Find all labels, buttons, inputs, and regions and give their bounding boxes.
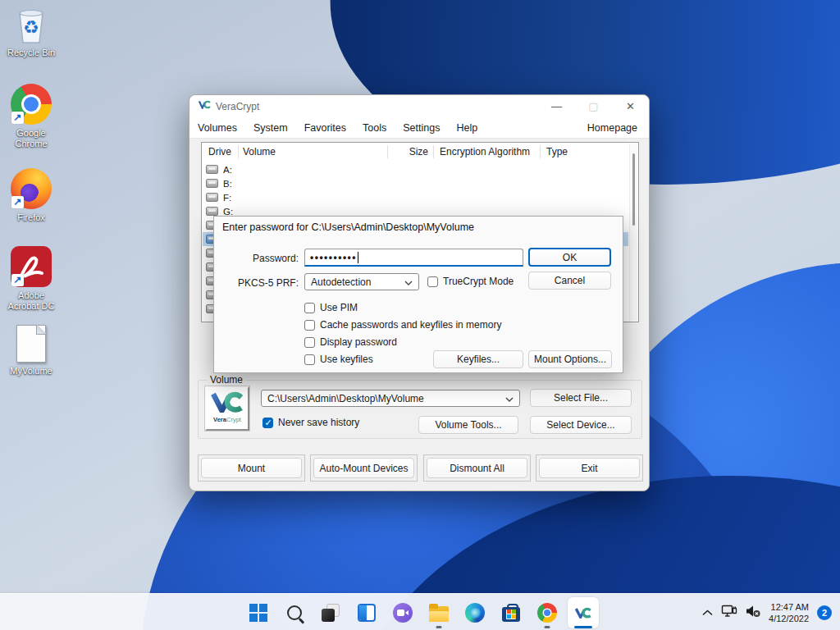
select-device-button[interactable]: Select Device... — [530, 416, 632, 434]
menu-bar: Volumes System Favorites Tools Settings … — [189, 117, 649, 139]
enter-password-dialog: Enter password for C:\Users\Admin\Deskto… — [213, 216, 623, 373]
widgets-button[interactable] — [349, 594, 385, 630]
tray-chevron-up-icon[interactable] — [702, 607, 713, 619]
col-encryption-algorithm[interactable]: Encryption Algorithm — [440, 146, 530, 158]
menu-help[interactable]: Help — [448, 122, 486, 134]
dismount-all-button[interactable]: Dismount All — [427, 458, 527, 478]
drive-icon — [206, 165, 218, 174]
drive-row-a[interactable]: A: — [203, 162, 628, 176]
menu-system[interactable]: System — [245, 122, 296, 134]
checkbox-icon[interactable] — [262, 418, 273, 428]
network-icon[interactable] — [721, 605, 737, 620]
scrollbar-thumb[interactable] — [632, 153, 635, 226]
desktop-icon-recycle-bin[interactable]: ♻ Recycle Bin — [2, 7, 61, 58]
col-drive[interactable]: Drive — [208, 146, 231, 158]
desktop-icon-label: Firefox — [2, 212, 61, 223]
truecrypt-mode-checkbox[interactable]: TrueCrypt Mode — [427, 276, 514, 287]
menu-volumes[interactable]: Volumes — [189, 122, 245, 134]
active-indicator — [574, 626, 592, 628]
cancel-button[interactable]: Cancel — [528, 272, 611, 290]
drive-row-b[interactable]: B: — [203, 176, 628, 190]
menu-settings[interactable]: Settings — [395, 122, 448, 134]
notification-badge[interactable]: 2 — [817, 605, 832, 620]
never-save-history-checkbox[interactable]: Never save history — [262, 417, 359, 428]
shortcut-arrow-icon: ↗ — [11, 196, 24, 208]
chrome-button[interactable] — [529, 594, 565, 630]
drive-icon — [206, 207, 218, 216]
prf-combobox[interactable]: Autodetection — [304, 273, 419, 290]
search-button[interactable] — [276, 594, 313, 630]
minimize-button[interactable]: — — [538, 95, 575, 117]
search-icon — [287, 605, 302, 620]
svg-text:♻: ♻ — [23, 17, 39, 38]
desktop-icon-label: Recycle Bin — [2, 48, 61, 58]
drive-list-header: Drive Volume Size Encryption Algorithm T… — [202, 143, 638, 161]
veracrypt-logo-caption: VeraCrypt — [207, 416, 248, 423]
desktop-icon-myvolume[interactable]: MyVolume — [2, 325, 61, 377]
veracrypt-taskbar-button[interactable] — [565, 594, 601, 630]
recycle-bin-icon: ♻ — [12, 7, 50, 44]
keyfiles-button[interactable]: Keyfiles... — [433, 350, 523, 368]
file-explorer-button[interactable] — [421, 594, 457, 630]
col-size[interactable]: Size — [390, 146, 428, 158]
password-label: Password: — [221, 253, 299, 264]
select-file-button[interactable]: Select File... — [530, 389, 632, 407]
menu-homepage[interactable]: Homepage — [587, 122, 637, 134]
microsoft-store-icon — [502, 607, 520, 622]
desktop-icon-google-chrome[interactable]: ↗ Google Chrome — [2, 84, 61, 149]
start-button[interactable] — [240, 594, 276, 630]
checkbox-icon[interactable] — [304, 337, 315, 348]
password-masked-value: •••••••••• — [310, 252, 357, 263]
taskbar-clock[interactable]: 12:47 AM 4/12/2022 — [769, 601, 809, 624]
volume-group: Volume VeraCrypt C:\Users\Admin\Desktop\… — [198, 380, 642, 439]
col-type[interactable]: Type — [546, 146, 568, 158]
ok-button[interactable]: OK — [528, 248, 611, 267]
running-indicator — [545, 626, 550, 628]
task-view-button[interactable] — [313, 594, 349, 630]
checkbox-icon[interactable] — [427, 276, 438, 287]
dismount-all-button-frame: Dismount All — [423, 454, 531, 482]
col-volume[interactable]: Volume — [243, 146, 276, 158]
password-input[interactable]: •••••••••• — [304, 249, 523, 267]
scrollbar[interactable] — [629, 144, 637, 321]
display-password-checkbox[interactable]: Display password — [304, 336, 397, 348]
shortcut-arrow-icon: ↗ — [11, 112, 24, 124]
menu-favorites[interactable]: Favorites — [296, 122, 354, 134]
veracrypt-active-tile — [568, 597, 599, 628]
chat-button[interactable] — [385, 594, 421, 630]
pkcs5-prf-label: PKCS-5 PRF: — [221, 277, 299, 289]
edge-button[interactable] — [457, 594, 493, 630]
titlebar[interactable]: VeraCrypt — ▢ ✕ — [189, 95, 649, 117]
menu-tools[interactable]: Tools — [354, 122, 395, 134]
exit-button[interactable]: Exit — [539, 458, 640, 478]
chat-icon — [393, 603, 413, 623]
tray-time: 12:47 AM — [769, 601, 809, 613]
desktop-icon-adobe-acrobat[interactable]: ↗ Adobe Acrobat DC — [2, 246, 61, 312]
use-keyfiles-checkbox[interactable]: Use keyfiles — [304, 354, 373, 365]
volume-tools-button[interactable]: Volume Tools... — [418, 416, 518, 434]
desktop-icon-label: Google Chrome — [2, 128, 61, 149]
taskbar: 12:47 AM 4/12/2022 2 — [0, 593, 840, 630]
store-button[interactable] — [493, 594, 529, 630]
mount-options-button[interactable]: Mount Options... — [528, 350, 612, 368]
use-pim-checkbox[interactable]: Use PIM — [304, 302, 358, 313]
checkbox-icon[interactable] — [304, 303, 315, 313]
volume-muted-icon[interactable] — [746, 605, 760, 620]
drive-row-f[interactable]: F: — [203, 190, 628, 204]
close-button[interactable]: ✕ — [612, 95, 649, 117]
volume-path-value: C:\Users\Admin\Desktop\MyVolume — [267, 393, 424, 404]
checkbox-icon[interactable] — [304, 354, 315, 365]
volume-path-combobox[interactable]: C:\Users\Admin\Desktop\MyVolume — [261, 390, 520, 407]
checkbox-icon[interactable] — [304, 320, 315, 331]
drive-icon — [206, 179, 218, 188]
auto-mount-button-frame: Auto-Mount Devices — [310, 454, 418, 482]
task-view-icon — [322, 604, 340, 622]
chevron-down-icon — [404, 276, 413, 288]
desktop-icon-firefox[interactable]: ↗ Firefox — [2, 168, 61, 223]
mount-button[interactable]: Mount — [201, 458, 302, 478]
maximize-button[interactable]: ▢ — [575, 95, 612, 117]
dialog-title: Enter password for C:\Users\Admin\Deskto… — [222, 221, 474, 233]
window-title: VeraCrypt — [216, 101, 259, 112]
cache-passwords-checkbox[interactable]: Cache passwords and keyfiles in memory — [304, 319, 501, 331]
auto-mount-devices-button[interactable]: Auto-Mount Devices — [313, 458, 414, 478]
